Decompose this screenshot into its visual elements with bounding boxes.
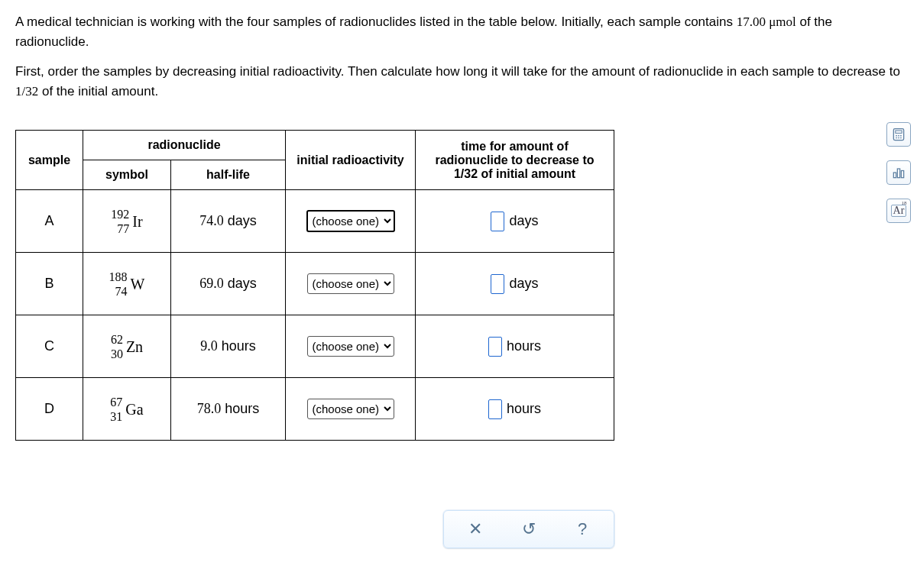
clear-button[interactable]: ✕ [449,514,502,544]
svg-rect-9 [897,169,899,178]
time-unit: hours [507,338,541,353]
table-row: C 62 30 Zn 9.0 hours (choose one) hours [16,315,614,378]
nuclide-symbol: 188 74 W [83,253,171,315]
element-symbol: Zn [125,338,143,356]
svg-rect-10 [901,171,903,178]
time-input[interactable] [491,212,504,231]
side-tools: 18 Ar [886,122,911,223]
half-life: 74.0 days [171,190,286,253]
header-time: time for amount of radionuclide to decre… [416,131,614,190]
atomic-number: 31 [110,410,122,424]
mass-number: 62 [111,333,123,347]
svg-rect-8 [893,173,896,178]
x-icon: ✕ [468,519,482,539]
svg-point-3 [898,135,899,137]
header-sample: sample [16,131,83,190]
answer-toolbar: ✕ ↺ ? [443,510,614,548]
nuclide-symbol: 67 31 Ga [83,378,171,441]
text: A medical technician is working with the… [15,15,737,29]
problem-paragraph-1: A medical technician is working with the… [15,12,902,51]
element-symbol: W [129,276,145,293]
periodic-table-button[interactable]: 18 Ar [886,199,911,223]
header-initial: initial radioactivity [286,131,416,190]
data-button[interactable] [886,160,911,185]
half-life: 9.0 hours [171,315,286,378]
element-symbol: Ga [124,401,143,418]
atomic-number: 30 [111,347,123,361]
nuclide-symbol: 62 30 Zn [83,315,171,378]
table-row: B 188 74 W 69.0 days (choose one) days [16,253,614,315]
amount-unit: μmol [769,15,796,29]
svg-point-4 [900,135,902,137]
table-row: D 67 31 Ga 78.0 hours (choose one) hours [16,378,614,441]
nuclide-symbol: 192 77 Ir [83,190,171,253]
initial-radioactivity-select[interactable]: (choose one) [307,336,394,357]
fraction: 1/32 [15,84,38,99]
initial-radioactivity-select[interactable]: (choose one) [307,399,394,419]
time-unit: hours [507,400,541,415]
atomic-number: 77 [111,222,129,236]
initial-radioactivity-select[interactable]: (choose one) [307,273,394,294]
sample-label: C [16,315,83,378]
help-button[interactable]: ? [556,514,609,544]
svg-point-5 [896,137,897,139]
reset-icon: ↺ [522,519,536,539]
svg-point-6 [898,137,899,139]
atomic-number: 74 [109,285,128,299]
mass-number: 188 [109,270,128,284]
problem-paragraph-2: First, order the samples by decreasing i… [15,62,902,101]
calculator-icon [891,127,906,142]
reset-button[interactable]: ↺ [502,514,556,544]
sample-label: D [16,378,83,441]
time-unit: days [509,212,538,228]
question-icon: ? [578,519,587,539]
time-input[interactable] [488,399,502,419]
time-input[interactable] [488,337,502,357]
svg-rect-1 [896,131,902,133]
half-life: 69.0 days [171,253,286,315]
svg-point-7 [900,137,902,139]
initial-radioactivity-select[interactable]: (choose one) [306,210,395,232]
time-input[interactable] [491,274,504,294]
argon-icon: 18 Ar [891,205,907,217]
mass-number: 67 [110,396,122,409]
calculator-button[interactable] [886,122,911,147]
header-halflife: half-life [171,160,286,190]
text: First, order the samples by decreasing i… [15,64,900,79]
half-life: 78.0 hours [171,378,286,441]
amount-value: 17.00 [737,15,770,29]
mass-number: 192 [111,208,129,221]
bar-chart-icon [891,165,906,180]
radionuclide-table: sample radionuclide initial radioactivit… [15,130,614,441]
element-symbol: Ir [131,213,142,231]
time-unit: days [509,275,538,290]
sample-label: A [16,190,83,253]
header-radionuclide: radionuclide [83,131,286,160]
header-symbol: symbol [83,160,171,190]
svg-point-2 [896,135,897,137]
sample-label: B [16,253,83,315]
text: of the initial amount. [38,84,158,99]
table-row: A 192 77 Ir 74.0 days (choose one) days [16,190,614,253]
